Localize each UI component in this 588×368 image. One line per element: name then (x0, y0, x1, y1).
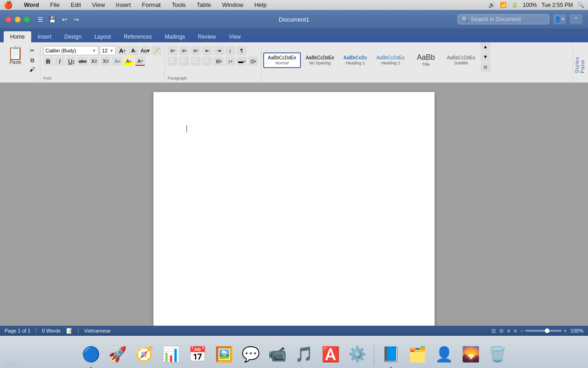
style-normal[interactable]: AaBbCcDdEe Normal (263, 52, 301, 68)
align-view-icon[interactable]: ≡ (514, 328, 517, 334)
document-page[interactable] (153, 92, 435, 326)
proofing-icon[interactable]: 📝 (66, 328, 73, 334)
italic-button[interactable]: I (55, 57, 65, 66)
menu-insert[interactable]: Insert (114, 1, 133, 8)
text-effects-button[interactable]: A▾ (112, 57, 122, 66)
dock-mission-control[interactable]: 🗂️ (406, 342, 430, 366)
font-name-select[interactable]: Calibri (Body) ▼ (43, 46, 98, 55)
focus-mode-icon[interactable]: ⊙ (499, 328, 503, 334)
tab-references[interactable]: References (117, 31, 158, 42)
search-input[interactable] (471, 16, 545, 23)
share-button[interactable]: 👤+ (553, 14, 566, 24)
zoom-in-icon[interactable]: + (564, 328, 566, 334)
sort-button[interactable]: ↕ (225, 46, 235, 55)
print-layout-icon[interactable]: ⊡ (492, 328, 496, 334)
menu-help[interactable]: Help (253, 1, 269, 8)
styles-scroll-down-button[interactable]: ▼ (481, 52, 491, 62)
style-heading1[interactable]: AaBbCcDc Heading 1 (339, 53, 371, 68)
clear-formatting-button[interactable]: 🧹 (152, 46, 162, 55)
menu-tools[interactable]: Tools (170, 1, 187, 8)
dock-word[interactable]: 📘 (379, 342, 403, 366)
dock-finder[interactable]: 🔵 (79, 342, 103, 366)
menu-file[interactable]: File (48, 1, 62, 8)
menu-table[interactable]: Table (195, 1, 213, 8)
columns-button[interactable]: ⊟▾ (214, 57, 224, 66)
close-button[interactable] (6, 17, 11, 23)
sidebar-toggle-button[interactable]: ☰ (35, 14, 45, 24)
tab-review[interactable]: Review (192, 31, 222, 42)
dock-safari[interactable]: 🧭 (132, 342, 156, 366)
spotlight-icon[interactable]: 🔍 (577, 2, 584, 8)
decrease-indent-button[interactable]: ⇤ (202, 46, 212, 55)
style-title[interactable]: AaBb Title (410, 51, 442, 69)
tab-view[interactable]: View (222, 31, 247, 42)
align-right-button[interactable]: ⬜ (191, 57, 201, 66)
dock-activity-monitor[interactable]: 📊 (159, 342, 183, 366)
dock-messages[interactable]: 💬 (239, 342, 263, 366)
tab-insert[interactable]: Insert (31, 31, 58, 42)
line-spacing-button[interactable]: ↕▾ (225, 57, 235, 66)
style-heading2[interactable]: AaBbCcDdEe Heading 2 (372, 53, 409, 68)
justify-button[interactable]: ⬜ (202, 57, 212, 66)
tab-design[interactable]: Design (58, 31, 88, 42)
bullets-button[interactable]: ≡▾ (168, 46, 178, 55)
copy-button[interactable]: ⧉ (27, 56, 37, 65)
align-left-button[interactable]: ⬜ (168, 57, 178, 66)
tab-mailings[interactable]: Mailings (158, 31, 192, 42)
undo-button[interactable]: ↩ (59, 14, 69, 24)
dock-photos2[interactable]: 🌄 (459, 342, 483, 366)
ribbon-collapse-button[interactable]: ⌃ (570, 14, 582, 24)
apple-menu[interactable]: 🍎 (4, 0, 13, 9)
dock-calendar[interactable]: 📅 (186, 342, 209, 366)
paste-button[interactable]: 📋 Paste (5, 46, 26, 74)
subscript-button[interactable]: X2 (89, 57, 99, 66)
dock-music[interactable]: 🎵 (292, 342, 316, 366)
font-size-select[interactable]: 12 ▼ (100, 46, 116, 55)
tab-layout[interactable]: Layout (88, 31, 117, 42)
dock-appstore[interactable]: 🅰️ (319, 342, 343, 366)
minimize-button[interactable] (15, 17, 21, 23)
save-button[interactable]: 💾 (47, 14, 57, 24)
zoom-track[interactable] (525, 330, 562, 332)
tab-home[interactable]: Home (4, 31, 31, 42)
highlight-color-button[interactable]: A▾ (124, 57, 134, 66)
menu-format[interactable]: Format (140, 1, 163, 8)
style-subtitle[interactable]: AaBbCcDdEe Subtitle (443, 53, 480, 68)
app-menu-word[interactable]: Word (22, 1, 41, 8)
outline-view-icon[interactable]: ≡ (507, 328, 510, 334)
dock-photos[interactable]: 🖼️ (212, 342, 236, 366)
strikethrough-button[interactable]: abc (78, 57, 88, 66)
style-no-spacing[interactable]: AaBbCcDdEe No Spacing (302, 53, 339, 68)
bold-button[interactable]: B (43, 57, 53, 66)
increase-indent-button[interactable]: ⇥ (214, 46, 224, 55)
dock-facetime[interactable]: 📹 (266, 342, 289, 366)
align-center-button[interactable]: ⬜ (179, 57, 189, 66)
format-painter-button[interactable]: 🖌 (27, 65, 37, 74)
borders-button[interactable]: ⊡▾ (248, 57, 258, 66)
dock-trash[interactable]: 🗑️ (486, 342, 509, 366)
multilevel-list-button[interactable]: ≡▾ (191, 46, 201, 55)
change-case-button[interactable]: Aa▾ (140, 46, 150, 55)
font-color-button[interactable]: A▾ (135, 57, 145, 66)
underline-button[interactable]: U▾ (66, 57, 76, 66)
styles-scroll-up-button[interactable]: ▲ (481, 42, 491, 52)
numbering-button[interactable]: ≡▾ (179, 46, 189, 55)
zoom-slider[interactable]: − + (520, 328, 567, 334)
search-box[interactable]: 🔍 (458, 14, 549, 24)
menu-edit[interactable]: Edit (69, 1, 83, 8)
styles-pane-button[interactable]: Styles Pane (573, 44, 586, 82)
show-formatting-button[interactable]: ¶ (237, 46, 247, 55)
dock-launchpad[interactable]: 🚀 (106, 342, 130, 366)
decrease-font-size-button[interactable]: A- (129, 46, 139, 55)
dock-sysprefs[interactable]: ⚙️ (345, 342, 369, 366)
shading-button[interactable]: ▬▾ (237, 57, 247, 66)
increase-font-size-button[interactable]: A+ (117, 46, 127, 55)
menu-window[interactable]: Window (220, 1, 245, 8)
redo-button[interactable]: ↪ (71, 14, 81, 24)
language[interactable]: Vietnamese (84, 328, 111, 334)
styles-more-button[interactable]: ⊡ (481, 63, 491, 72)
zoom-out-icon[interactable]: − (520, 328, 523, 334)
cut-button[interactable]: ✂ (27, 46, 37, 55)
superscript-button[interactable]: X2 (101, 57, 111, 66)
document-area[interactable] (0, 83, 588, 326)
